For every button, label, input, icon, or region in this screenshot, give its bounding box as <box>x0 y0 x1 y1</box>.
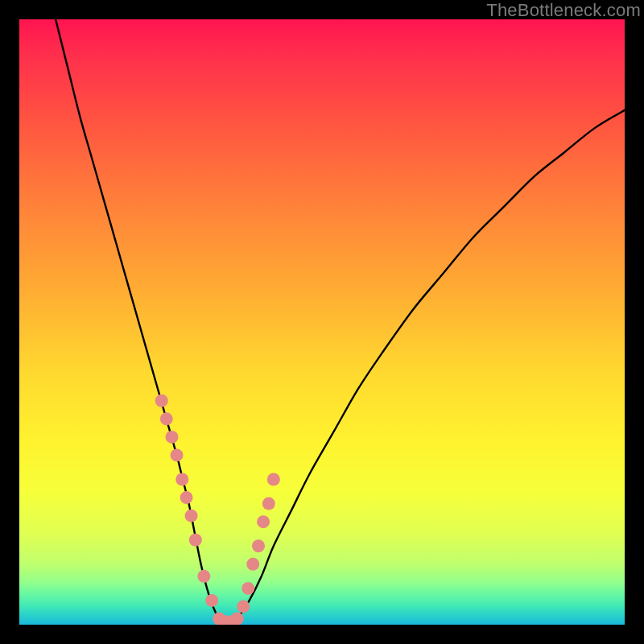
plot-area-border <box>19 19 625 625</box>
chart-frame: TheBottleneck.com <box>0 0 644 644</box>
plot-gradient-background <box>19 19 625 625</box>
watermark: TheBottleneck.com <box>486 0 641 21</box>
